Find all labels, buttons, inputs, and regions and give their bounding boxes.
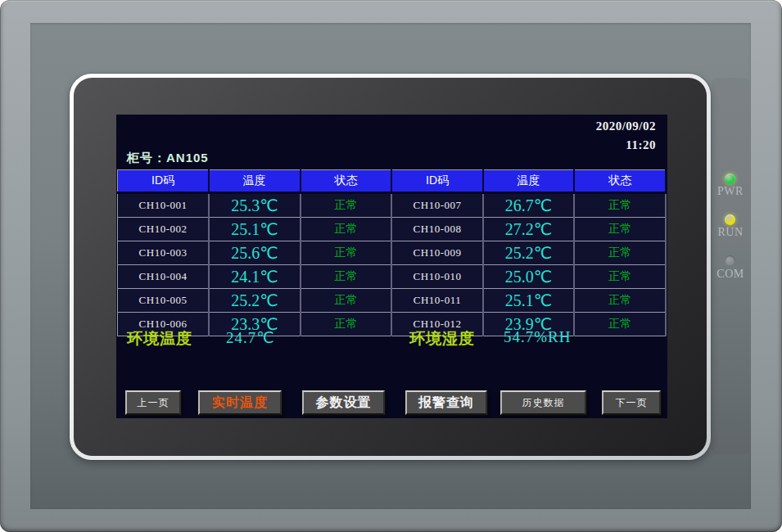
prev-page-button[interactable]: 上一页 xyxy=(125,390,181,415)
cabinet-label: 柜号：AN105 xyxy=(127,151,209,166)
temp-cell: 25.0℃ xyxy=(483,265,575,289)
pwr-led xyxy=(725,174,735,184)
temp-cell: 25.1℃ xyxy=(209,218,301,241)
id-cell: CH10-003 xyxy=(118,241,210,265)
id-cell: CH10-007 xyxy=(391,193,483,218)
run-led xyxy=(725,214,735,225)
table-row: CH10-00225.1℃正常CH10-00827.2℃正常 xyxy=(118,218,667,241)
status-cell: 正常 xyxy=(301,265,392,289)
next-page-button[interactable]: 下一页 xyxy=(602,390,661,415)
alarm-query-button[interactable]: 报警查询 xyxy=(405,390,487,415)
status-cell: 正常 xyxy=(301,218,392,241)
id-cell: CH10-008 xyxy=(391,218,483,241)
lcd-display: 2020/09/02 11:20 柜号：AN105 ID码温度状态ID码温度状态… xyxy=(116,115,667,418)
temperature-table: ID码温度状态ID码温度状态 CH10-00125.3℃正常CH10-00726… xyxy=(117,169,667,336)
temp-cell: 25.2℃ xyxy=(483,241,575,265)
table-header-row: ID码温度状态ID码温度状态 xyxy=(118,170,667,193)
status-cell: 正常 xyxy=(574,193,666,218)
pwr-led-label: PWR xyxy=(712,185,749,198)
id-cell: CH10-002 xyxy=(118,218,210,241)
id-cell: CH10-001 xyxy=(118,193,210,218)
column-header: 温度 xyxy=(483,170,575,193)
temp-cell: 27.2℃ xyxy=(483,218,575,241)
id-cell: CH10-011 xyxy=(391,289,483,313)
table-row: CH10-00325.6℃正常CH10-00925.2℃正常 xyxy=(118,241,667,265)
com-led xyxy=(725,255,735,266)
screen-module: 2020/09/02 11:20 柜号：AN105 ID码温度状态ID码温度状态… xyxy=(70,74,711,460)
ambient-humidity-value: 54.7%RH xyxy=(504,328,571,346)
id-cell: CH10-010 xyxy=(391,265,483,289)
column-header: 状态 xyxy=(574,170,666,193)
hmi-device: 2020/09/02 11:20 柜号：AN105 ID码温度状态ID码温度状态… xyxy=(0,0,782,532)
column-header: 温度 xyxy=(209,170,301,193)
history-data-button[interactable]: 历史数据 xyxy=(500,390,586,415)
id-cell: CH10-009 xyxy=(391,241,483,265)
screen-bezel: 2020/09/02 11:20 柜号：AN105 ID码温度状态ID码温度状态… xyxy=(74,78,707,456)
com-led-label: COM xyxy=(712,268,749,281)
ambient-temp-label: 环境温度 xyxy=(127,328,192,349)
param-settings-button[interactable]: 参数设置 xyxy=(302,390,385,415)
date-display: 2020/09/02 xyxy=(596,119,656,133)
id-cell: CH10-005 xyxy=(118,289,210,313)
run-led-label: RUN xyxy=(712,226,749,239)
status-cell: 正常 xyxy=(301,241,392,265)
realtime-temp-button[interactable]: 实时温度 xyxy=(198,390,282,415)
ambient-readings: 环境温度 24.7℃ 环境湿度 54.7%RH xyxy=(116,328,667,349)
temp-cell: 25.2℃ xyxy=(209,289,301,313)
time-display: 11:20 xyxy=(626,138,656,152)
status-cell: 正常 xyxy=(301,193,392,218)
id-cell: CH10-004 xyxy=(118,265,210,289)
table-row: CH10-00125.3℃正常CH10-00726.7℃正常 xyxy=(118,193,667,218)
temp-cell: 25.1℃ xyxy=(483,289,575,313)
table-row: CH10-00424.1℃正常CH10-01025.0℃正常 xyxy=(118,265,667,289)
temp-cell: 26.7℃ xyxy=(483,193,575,218)
ambient-temp-value: 24.7℃ xyxy=(226,328,275,347)
status-cell: 正常 xyxy=(574,241,666,265)
status-cell: 正常 xyxy=(574,289,666,313)
status-cell: 正常 xyxy=(301,289,392,313)
status-cell: 正常 xyxy=(574,218,666,241)
column-header: 状态 xyxy=(301,170,392,193)
column-header: ID码 xyxy=(391,170,483,193)
temp-cell: 24.1℃ xyxy=(209,265,301,289)
status-cell: 正常 xyxy=(574,265,666,289)
temp-cell: 25.6℃ xyxy=(209,241,301,265)
ambient-humidity-label: 环境湿度 xyxy=(409,328,475,349)
table-row: CH10-00525.2℃正常CH10-01125.1℃正常 xyxy=(118,289,667,313)
led-strip: PWRRUNCOM xyxy=(712,78,749,454)
temp-cell: 25.3℃ xyxy=(209,193,301,218)
column-header: ID码 xyxy=(118,170,210,193)
